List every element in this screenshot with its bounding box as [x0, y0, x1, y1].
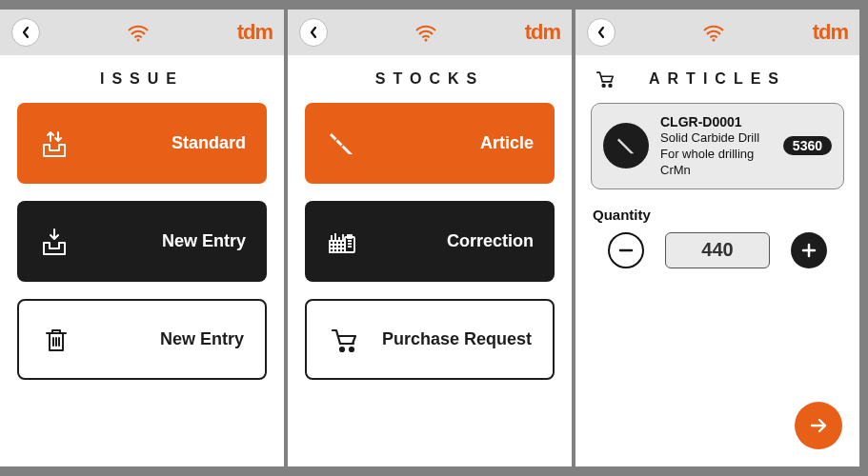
tile-label: Article: [358, 133, 534, 153]
trash-icon: [40, 324, 72, 356]
minus-icon: [618, 243, 634, 258]
cart-icon[interactable]: [595, 69, 616, 89]
quantity-input[interactable]: [665, 232, 770, 268]
svg-point-6: [350, 347, 353, 351]
plus-icon: [801, 243, 817, 258]
decrement-button[interactable]: [608, 232, 644, 268]
quantity-row: [575, 232, 859, 268]
tiles: Article Correction: [288, 103, 572, 380]
chevron-left-icon: [21, 26, 30, 39]
title-row: STOCKS: [288, 55, 572, 103]
brand-logo: tdm: [237, 20, 273, 45]
wifi-icon: [414, 23, 437, 42]
tile-new-entry[interactable]: New Entry: [17, 201, 267, 282]
article-desc: For whole drilling CrMn: [660, 147, 772, 179]
screen-issue: tdm ISSUE Standard New Entry: [0, 10, 284, 466]
title-row: ISSUE: [0, 55, 284, 103]
brand-logo: tdm: [813, 20, 848, 45]
article-id: CLGR-D0001: [660, 113, 772, 130]
header: tdm: [575, 10, 859, 55]
svg-point-0: [137, 39, 140, 42]
tile-article[interactable]: Article: [305, 103, 555, 184]
svg-point-9: [609, 85, 612, 88]
tile-label: Purchase Request: [360, 329, 532, 349]
title-row: ARTICLES: [575, 55, 859, 103]
arrow-right-icon: [808, 415, 829, 436]
cart-icon: [328, 324, 360, 356]
chevron-left-icon: [596, 26, 606, 39]
drill-bit-icon: [613, 132, 639, 159]
svg-point-1: [425, 39, 428, 42]
article-info: CLGR-D0001 Solid Carbide Drill For whole…: [660, 113, 772, 179]
svg-rect-3: [345, 237, 354, 252]
wifi-icon: [702, 23, 725, 42]
page-title: ARTICLES: [649, 70, 786, 88]
svg-point-7: [713, 39, 716, 42]
tile-trash-entry[interactable]: New Entry: [17, 299, 267, 380]
tile-correction[interactable]: Correction: [305, 201, 555, 282]
svg-point-5: [340, 347, 344, 351]
issue-out-icon: [38, 128, 71, 160]
tile-label: Standard: [71, 133, 246, 153]
back-button[interactable]: [299, 18, 328, 47]
tile-purchase-request[interactable]: Purchase Request: [305, 299, 555, 380]
increment-button[interactable]: [791, 232, 827, 268]
brand-logo: tdm: [525, 20, 560, 45]
screen-stocks: tdm STOCKS Article: [288, 10, 572, 466]
page-title: ISSUE: [100, 70, 184, 88]
article-thumbnail: [603, 123, 649, 169]
tiles: Standard New Entry New Entry: [0, 103, 284, 380]
tile-label: New Entry: [72, 329, 244, 349]
tile-label: New Entry: [71, 231, 246, 251]
article-name: Solid Carbide Drill: [660, 130, 772, 147]
screen-articles: tdm ARTICLES CLGR-D0001 Solid Carbide Dr…: [575, 10, 859, 466]
quantity-label: Quantity: [593, 207, 842, 223]
article-card[interactable]: CLGR-D0001 Solid Carbide Drill For whole…: [591, 103, 844, 189]
back-button[interactable]: [11, 18, 40, 47]
inventory-icon: [326, 226, 358, 258]
svg-point-8: [602, 85, 605, 88]
drill-bit-icon: [326, 128, 358, 160]
next-fab[interactable]: [795, 402, 842, 449]
wifi-icon: [127, 23, 150, 42]
header: tdm: [0, 10, 284, 55]
header: tdm: [288, 10, 572, 55]
back-button[interactable]: [587, 18, 616, 47]
tile-standard[interactable]: Standard: [17, 103, 267, 184]
chevron-left-icon: [309, 26, 318, 39]
page-title: STOCKS: [375, 70, 484, 88]
issue-in-icon: [38, 226, 71, 258]
tile-label: Correction: [358, 231, 534, 251]
stock-badge: 5360: [783, 136, 832, 155]
